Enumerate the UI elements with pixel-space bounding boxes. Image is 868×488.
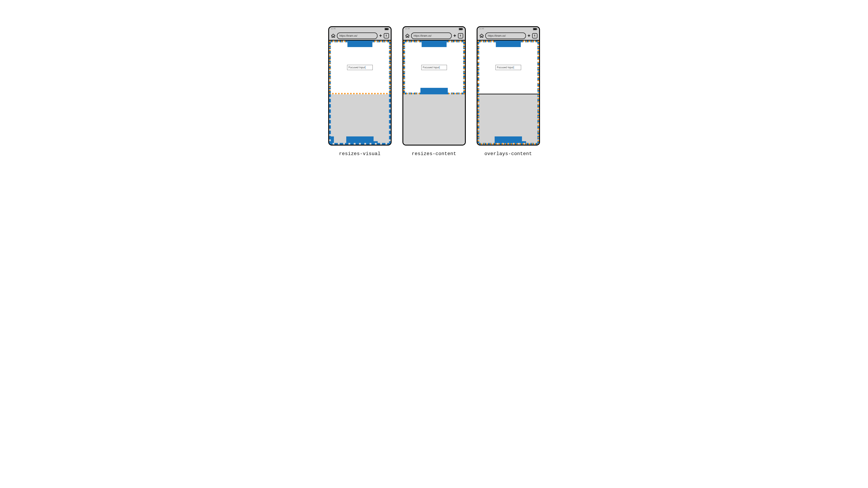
fixed-top-element: [422, 40, 446, 47]
clock-label: 11:45: [405, 28, 410, 30]
tab-count-value: 5: [386, 34, 387, 37]
text-caret: [365, 66, 366, 69]
diagram-stage: 11:45 https://bram.us/: [271, 0, 597, 183]
tab-count-button[interactable]: 5: [384, 33, 389, 38]
svg-rect-2: [388, 29, 389, 30]
focused-input-label: Focused Input: [497, 66, 514, 69]
tab-count-value: 5: [534, 34, 535, 37]
browser-chrome: https://bram.us/ + 5: [329, 31, 391, 40]
focused-input-wrap: Focused Input: [496, 65, 521, 70]
column-resizes-visual: 11:45 https://bram.us/: [328, 26, 392, 157]
text-caret: [439, 66, 440, 69]
viewport-area: Focused Input: [477, 40, 539, 145]
svg-rect-4: [459, 28, 462, 30]
fixed-bottom-left: [331, 136, 334, 143]
battery-icon: [385, 28, 389, 30]
clock-label: 11:45: [479, 28, 484, 30]
caption-resizes-content: resizes-content: [412, 151, 457, 157]
fixed-bottom-strip: [359, 141, 378, 143]
browser-chrome: https://bram.us/ + 5: [477, 31, 539, 40]
tab-count-value: 5: [460, 34, 461, 37]
focused-input[interactable]: Focused Input: [347, 65, 373, 70]
browser-chrome: https://bram.us/ + 5: [403, 31, 465, 40]
home-icon[interactable]: [331, 33, 336, 38]
focused-input-wrap: Focused Input: [421, 65, 447, 70]
phone-frame: 11:45 https://bram.us/: [477, 26, 540, 145]
svg-rect-5: [463, 29, 463, 30]
focused-input[interactable]: Focused Input: [496, 65, 521, 70]
svg-rect-1: [385, 28, 388, 30]
focused-input[interactable]: Focused Input: [421, 65, 447, 70]
fixed-bottom-element: [421, 88, 448, 94]
battery-icon: [533, 28, 537, 30]
new-tab-button[interactable]: +: [379, 33, 382, 38]
home-icon[interactable]: [479, 33, 484, 38]
visual-viewport-outline: [477, 40, 539, 145]
url-bar[interactable]: https://bram.us/: [337, 33, 377, 39]
battery-icon: [459, 28, 463, 30]
tab-count-button[interactable]: 5: [458, 33, 463, 38]
url-text: https://bram.us/: [340, 34, 358, 37]
clock-label: 11:45: [331, 28, 336, 30]
status-bar: 11:45: [403, 27, 465, 31]
viewport-area: Focused Input: [403, 40, 465, 145]
new-tab-button[interactable]: +: [453, 33, 457, 38]
column-overlays-content: 11:45 https://bram.us/: [477, 26, 540, 157]
status-bar: 11:45: [477, 27, 539, 31]
fixed-bottom-strip: [507, 141, 526, 143]
url-bar[interactable]: https://bram.us/: [485, 33, 526, 39]
fixed-top-element: [347, 40, 372, 47]
phone-frame: 11:45 https://bram.us/: [402, 26, 466, 145]
svg-rect-8: [537, 29, 537, 30]
url-bar[interactable]: https://bram.us/: [411, 33, 452, 39]
url-text: https://bram.us/: [414, 34, 432, 37]
caption-overlays-content: overlays-content: [485, 151, 532, 157]
fixed-top-element: [496, 40, 521, 47]
column-resizes-content: 11:45 https://bram.us/: [402, 26, 466, 157]
new-tab-button[interactable]: +: [527, 33, 531, 38]
focused-input-wrap: Focused Input: [347, 65, 373, 70]
status-bar: 11:45: [329, 27, 391, 31]
tab-count-button[interactable]: 5: [532, 33, 537, 38]
svg-rect-7: [533, 28, 536, 30]
phone-frame: 11:45 https://bram.us/: [328, 26, 392, 145]
focused-input-label: Focused Input: [423, 66, 439, 69]
focused-input-label: Focused Input: [349, 66, 365, 69]
viewport-area: Focused Input: [329, 40, 391, 145]
virtual-keyboard: [403, 94, 465, 145]
url-text: https://bram.us/: [488, 34, 506, 37]
home-icon[interactable]: [405, 33, 410, 38]
caption-resizes-visual: resizes-visual: [339, 151, 381, 157]
